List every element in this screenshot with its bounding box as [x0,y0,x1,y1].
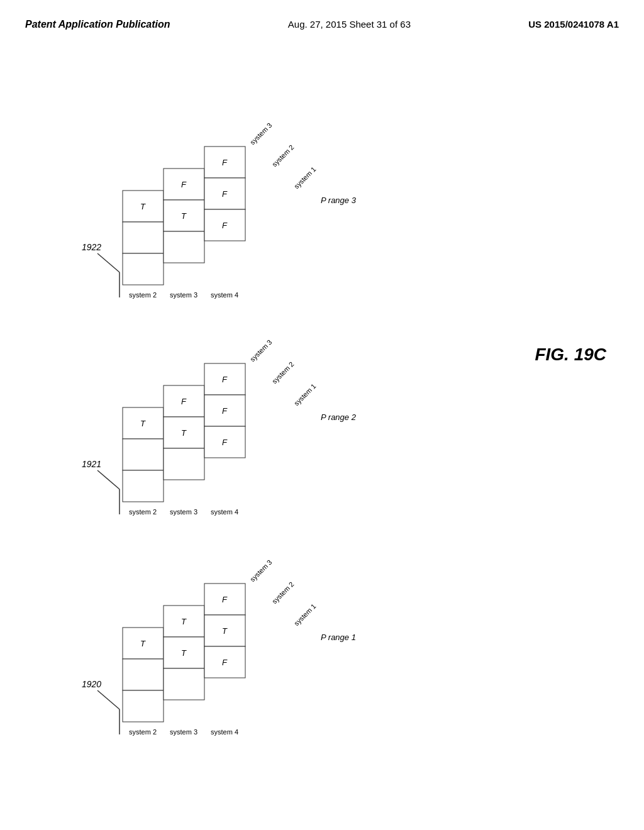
xlabel-s4-1920: system 4 [211,728,238,736]
svg-text:F: F [222,658,228,667]
diagram-1921: 1921 T F T F F F system 2 system 3 [63,345,377,540]
svg-text:F: F [181,180,187,189]
svg-text:T: T [140,419,146,428]
svg-text:F: F [222,189,228,199]
svg-text:T: T [181,648,187,658]
svg-text:F: F [181,397,187,406]
svg-text:T: T [181,617,187,626]
svg-rect-39 [123,690,164,722]
xlabel-s3-1920: system 3 [170,728,197,736]
xlabel-s4-1921: system 4 [211,508,238,516]
layer-system2-1920: T T [164,606,204,700]
xlabel-s2-1920: system 2 [129,728,157,736]
diagram-1921-label: 1921 [82,459,101,469]
svg-text:F: F [222,406,228,416]
prange-1921: P range 2 [321,412,357,422]
svg-text:F: F [222,375,228,384]
ylabel-s3-1920: system 3 [248,558,274,584]
ylabel-s2-1921: system 2 [270,360,296,385]
layer-system3: F F F [204,147,245,241]
svg-rect-10 [164,231,204,263]
svg-text:F: F [222,221,228,230]
diagram-1922-label: 1922 [82,242,101,252]
publication-title: Patent Application Publication [25,19,170,30]
svg-text:F: F [222,595,228,604]
ylabel-s1-1920: system 1 [292,602,318,628]
layer-system1: T [123,191,164,285]
svg-rect-22 [123,470,164,502]
ylabel-s3: system 3 [248,121,274,147]
diagram-1920: 1920 T T T F T F system 2 system 3 [63,565,377,760]
svg-line-0 [97,253,119,272]
layer-system1-1921: T [123,407,164,502]
svg-line-34 [97,690,119,709]
svg-rect-21 [123,439,164,470]
ylabel-s2: system 2 [270,143,296,169]
xlabel-s3-1921: system 3 [170,508,197,516]
svg-text:F: F [222,158,228,167]
xlabel-s2-1921: system 2 [129,508,157,516]
svg-text:T: T [222,626,228,636]
layer-system1-1920: T [123,628,164,722]
ylabel-s3-1921: system 3 [248,338,274,363]
svg-line-17 [97,470,119,489]
svg-text:T: T [140,202,146,211]
svg-rect-27 [164,448,204,480]
prange-1922: P range 3 [321,196,357,205]
svg-text:T: T [181,428,187,438]
svg-text:T: T [181,211,187,221]
xlabel-s3: system 3 [170,291,197,299]
svg-text:F: F [222,438,228,447]
layer-system3-1921: F F F [204,363,245,458]
layer-system3-1920: F T F [204,584,245,678]
layer-system2: F T [164,169,204,263]
ylabel-s1: system 1 [292,165,318,191]
diagram-1922: 1922 T F T [63,128,377,323]
figure-label: FIG. 19C [535,345,606,365]
page-header: Patent Application Publication Aug. 27, … [0,0,644,36]
svg-rect-44 [164,668,204,700]
layer-system2-1921: F T [164,385,204,480]
xlabel-s4: system 4 [211,291,238,299]
svg-rect-38 [123,659,164,690]
xlabel-s2: system 2 [129,291,157,299]
svg-text:T: T [140,639,146,648]
ylabel-s1-1921: system 1 [292,382,318,407]
page-content: FIG. 19C 1922 T [0,36,644,816]
sheet-info: Aug. 27, 2015 Sheet 31 of 63 [288,19,411,30]
prange-1920: P range 1 [321,633,356,642]
svg-rect-5 [123,253,164,285]
diagram-1920-label: 1920 [82,679,101,689]
ylabel-s2-1920: system 2 [270,580,296,606]
patent-number: US 2015/0241078 A1 [528,19,619,30]
svg-rect-4 [123,222,164,253]
